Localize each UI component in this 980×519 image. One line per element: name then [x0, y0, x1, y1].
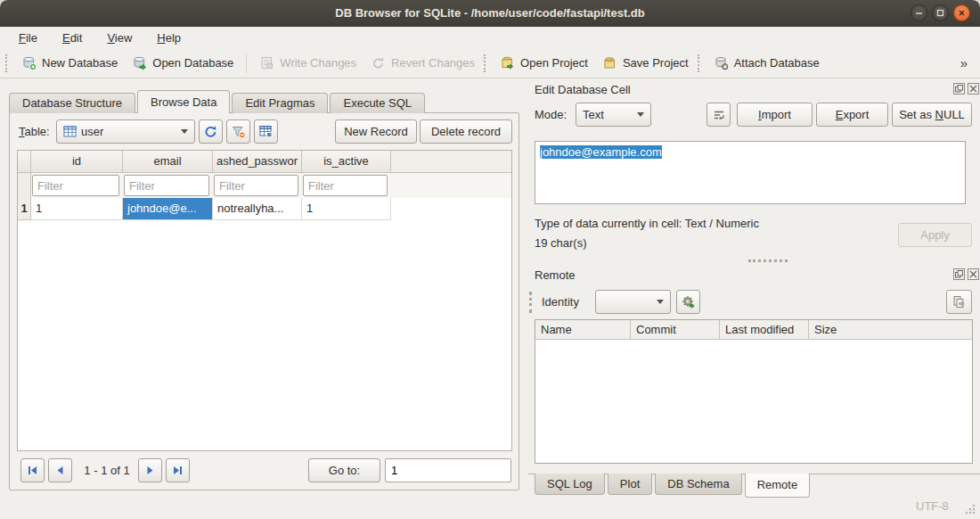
new-database-label: New Database [42, 56, 118, 70]
grid-empty-area [18, 220, 511, 450]
filter-input-email[interactable] [124, 175, 209, 196]
import-button[interactable]: Import [737, 103, 813, 127]
word-wrap-button[interactable] [706, 103, 731, 127]
close-dock-button[interactable] [968, 268, 979, 280]
menu-help[interactable]: Help [149, 29, 189, 46]
save-project-button[interactable]: Save Project [595, 52, 696, 74]
identity-select[interactable] [595, 290, 671, 314]
column-header-is-active[interactable]: is_active [302, 151, 391, 173]
export-button[interactable]: Export [816, 103, 888, 127]
remote-toolbar-handle[interactable] [529, 292, 532, 313]
cell-char-count: 19 char(s) [535, 235, 587, 252]
cell-id[interactable]: 1 [31, 198, 123, 220]
first-record-button[interactable] [20, 458, 45, 482]
remote-column-name[interactable]: Name [535, 320, 631, 339]
column-header-email[interactable]: email [123, 151, 213, 173]
filter-input-is-active[interactable] [303, 175, 388, 196]
toolbar-drag-handle[interactable] [5, 54, 9, 72]
row-header[interactable]: 1 [18, 198, 31, 220]
remote-column-last-modified[interactable]: Last modified [720, 320, 809, 339]
tab-execute-sql[interactable]: Execute SQL [330, 93, 425, 113]
toolbar-drag-handle[interactable] [484, 54, 487, 72]
apply-label: Apply [920, 228, 950, 242]
titlebar[interactable]: DB Browser for SQLite - /home/user/code/… [0, 0, 980, 27]
previous-record-button[interactable] [48, 458, 72, 482]
filter-corner [18, 173, 31, 198]
tab-plot[interactable]: Plot [608, 474, 652, 495]
close-dock-button[interactable] [968, 83, 979, 95]
set-as-null-button[interactable]: Set as NULL [892, 103, 972, 127]
identity-settings-button[interactable] [676, 290, 700, 314]
remote-column-commit[interactable]: Commit [631, 320, 720, 339]
cell-hashed-password[interactable]: notreallyha... [213, 198, 302, 220]
cell-editor[interactable]: johndoe@example.com [535, 141, 966, 204]
goto-button[interactable]: Go to: [308, 458, 380, 482]
close-button[interactable] [953, 4, 970, 21]
minimize-button[interactable] [911, 4, 927, 21]
table-row: 1 1 johndoe@e... notreallyha... 1 [18, 198, 511, 220]
identity-label: Identity [542, 290, 579, 314]
menu-file[interactable]: File [11, 29, 45, 46]
clone-database-button[interactable] [946, 290, 972, 314]
clear-filter-button[interactable] [226, 119, 250, 144]
mode-select[interactable]: Text [576, 103, 651, 127]
column-header-id[interactable]: id [31, 151, 123, 173]
tab-database-structure[interactable]: Database Structure [9, 93, 135, 113]
cell-email-selected[interactable]: johndoe@e... [123, 198, 213, 220]
new-database-button[interactable]: New Database [14, 52, 125, 74]
menu-edit[interactable]: Edit [54, 29, 90, 46]
maximize-button[interactable] [932, 4, 949, 21]
last-record-button[interactable] [166, 458, 190, 482]
open-database-button[interactable]: Open Database [125, 52, 241, 74]
chevron-down-icon [181, 129, 188, 134]
minimize-icon [914, 8, 924, 18]
float-icon [955, 270, 963, 278]
tab-browse-data[interactable]: Browse Data [137, 90, 230, 113]
remote-table: Name Commit Last modified Size [535, 319, 973, 464]
column-header-hashed-password[interactable]: ashed_passwor [213, 151, 302, 173]
refresh-icon [203, 124, 218, 139]
dock-splitter-handle[interactable] [748, 260, 788, 262]
tab-db-schema[interactable]: DB Schema [655, 474, 741, 495]
next-record-icon [143, 464, 157, 477]
float-dock-button[interactable] [953, 268, 965, 280]
delete-record-button[interactable]: Delete record [420, 119, 512, 144]
attach-database-button[interactable]: Attach Database [706, 52, 827, 74]
database-new-icon [21, 55, 37, 70]
toolbar-drag-handle[interactable] [698, 54, 701, 72]
grid-header-filler [391, 151, 511, 173]
mode-label: Mode: [535, 103, 567, 127]
resize-grip[interactable] [964, 503, 976, 515]
write-changes-label: Write Changes [280, 56, 356, 70]
open-project-button[interactable]: Open Project [493, 52, 595, 74]
menu-view[interactable]: View [99, 29, 140, 46]
cell-is-active[interactable]: 1 [302, 198, 391, 220]
table-icon [63, 126, 77, 137]
close-dock-icon [969, 85, 977, 93]
new-record-label: New Record [344, 125, 408, 138]
table-select-value: user [81, 125, 103, 138]
table-select[interactable]: user [56, 119, 195, 144]
tab-sql-log[interactable]: SQL Log [535, 474, 605, 495]
goto-input[interactable] [385, 458, 511, 482]
filter-input-hashed-password[interactable] [214, 175, 298, 196]
browse-data-panel: Table: user [9, 112, 519, 490]
tab-edit-pragmas[interactable]: Edit Pragmas [232, 93, 328, 113]
database-open-icon [132, 55, 147, 70]
grid-header-row: id email ashed_passwor is_active [18, 151, 511, 173]
next-record-button[interactable] [138, 458, 162, 482]
refresh-button[interactable] [199, 119, 223, 144]
app-window: DB Browser for SQLite - /home/user/code/… [0, 0, 980, 519]
toolbar-overflow-button[interactable]: » [955, 55, 973, 70]
revert-changes-button: Revert Changes [363, 52, 482, 74]
word-wrap-icon [712, 108, 726, 122]
new-record-button[interactable]: New Record [335, 119, 417, 144]
remote-column-size[interactable]: Size [809, 320, 972, 339]
tab-remote[interactable]: Remote [745, 474, 811, 498]
previous-record-icon [53, 464, 67, 477]
toolbar-separator [246, 54, 247, 73]
float-dock-button[interactable] [953, 83, 965, 95]
save-table-button[interactable] [254, 119, 278, 144]
open-project-label: Open Project [520, 56, 588, 70]
filter-input-id[interactable] [32, 175, 119, 196]
